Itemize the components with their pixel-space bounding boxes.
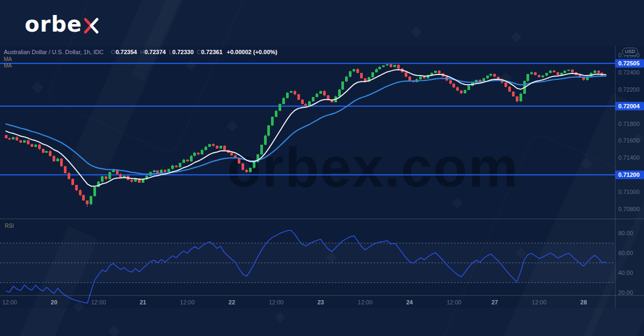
candlestick: [38, 144, 41, 150]
candle-body: [119, 174, 122, 177]
rsi-axis-tick: 80.00: [618, 230, 633, 236]
candle-body: [557, 72, 559, 75]
candle-body: [386, 64, 389, 65]
chart-title-row: Australian Dollar / U.S. Dollar, 1h, IDC…: [4, 49, 277, 55]
candlestick: [34, 144, 37, 147]
candlestick: [415, 78, 418, 83]
candlestick: [356, 68, 359, 73]
candle-body: [545, 73, 548, 76]
candlestick: [338, 89, 341, 97]
candle-body: [241, 163, 244, 169]
candle-body: [349, 71, 352, 77]
time-axis-label: 23: [317, 299, 324, 305]
candle-body: [464, 90, 466, 93]
time-axis-label: 12:00: [532, 299, 547, 305]
candlestick: [216, 145, 218, 149]
candlestick: [97, 181, 100, 187]
candlestick: [464, 89, 466, 94]
candlestick: [101, 176, 104, 183]
candlestick: [130, 179, 133, 182]
candlestick: [71, 178, 74, 185]
candlestick: [486, 76, 489, 79]
candlestick: [49, 150, 52, 156]
candlestick: [186, 159, 189, 162]
candlestick: [460, 90, 463, 94]
candle-body: [541, 76, 544, 77]
candle-body: [489, 74, 492, 76]
candlestick: [512, 91, 515, 96]
candle-body: [304, 104, 307, 106]
candle-body: [68, 173, 70, 179]
candle-body: [597, 71, 600, 73]
candle-body: [316, 94, 318, 97]
candle-body: [175, 166, 178, 167]
candle-body: [486, 76, 489, 78]
candlestick: [549, 70, 552, 74]
candle-body: [197, 153, 200, 154]
rsi-axis-tick: 20.00: [618, 289, 633, 296]
candle-body: [516, 96, 518, 102]
candle-body: [204, 147, 207, 150]
candlestick: [345, 76, 348, 82]
candle-body: [323, 91, 326, 95]
candlestick: [271, 116, 274, 126]
candle-body: [216, 146, 218, 148]
candlestick: [108, 171, 111, 180]
candle-body: [60, 159, 63, 166]
candle-body: [38, 145, 41, 150]
ohlc-high-value: 0.72374: [144, 49, 166, 55]
candlestick: [526, 74, 529, 82]
candlestick: [564, 70, 566, 73]
candlestick: [82, 195, 85, 200]
ma-indicator-label-1[interactable]: MA: [4, 56, 12, 62]
time-axis-label: 12:00: [180, 299, 195, 305]
candle-body: [571, 70, 574, 72]
candlestick: [249, 168, 252, 173]
candlestick: [378, 66, 381, 70]
candlestick: [257, 154, 259, 163]
candlestick: [19, 140, 22, 143]
candle-body: [286, 93, 289, 98]
candle-body: [171, 166, 174, 169]
candle-body: [356, 69, 359, 73]
candle-body: [452, 84, 455, 87]
candlestick: [312, 97, 314, 102]
candlestick: [175, 165, 178, 168]
candle-body: [31, 144, 33, 147]
candle-body: [201, 150, 203, 154]
candlestick: [571, 69, 574, 73]
candle-body: [312, 97, 314, 101]
candle-body: [434, 71, 437, 72]
candle-body: [79, 190, 82, 196]
candlestick: [42, 148, 45, 153]
candle-body: [390, 64, 392, 67]
candle-body: [297, 94, 300, 100]
rsi-indicator-label[interactable]: RSI: [5, 223, 14, 229]
candlestick: [304, 103, 307, 106]
candlestick: [493, 73, 496, 77]
candlestick: [456, 86, 459, 91]
candle-body: [182, 160, 185, 163]
candlestick: [31, 144, 33, 147]
candlestick: [105, 176, 107, 180]
candlestick: [264, 135, 267, 145]
currency-usd-button[interactable]: USD: [622, 48, 638, 56]
candle-body: [264, 136, 267, 145]
candle-body: [438, 71, 441, 73]
rsi-axis-tick: 40.00: [618, 270, 633, 276]
candle-body: [467, 86, 470, 89]
candle-body: [5, 135, 8, 138]
ma-indicator-label-2[interactable]: MA: [4, 63, 12, 69]
candlestick: [27, 139, 30, 145]
candle-body: [101, 176, 104, 182]
candle-body: [549, 71, 552, 73]
candle-body: [345, 77, 348, 82]
candle-body: [397, 65, 400, 68]
candlestick: [208, 144, 211, 147]
candlestick: [56, 158, 59, 161]
candle-body: [105, 176, 107, 179]
candlestick: [538, 74, 540, 78]
candle-body: [405, 72, 407, 77]
candlestick: [375, 68, 378, 73]
candle-body: [19, 140, 22, 142]
